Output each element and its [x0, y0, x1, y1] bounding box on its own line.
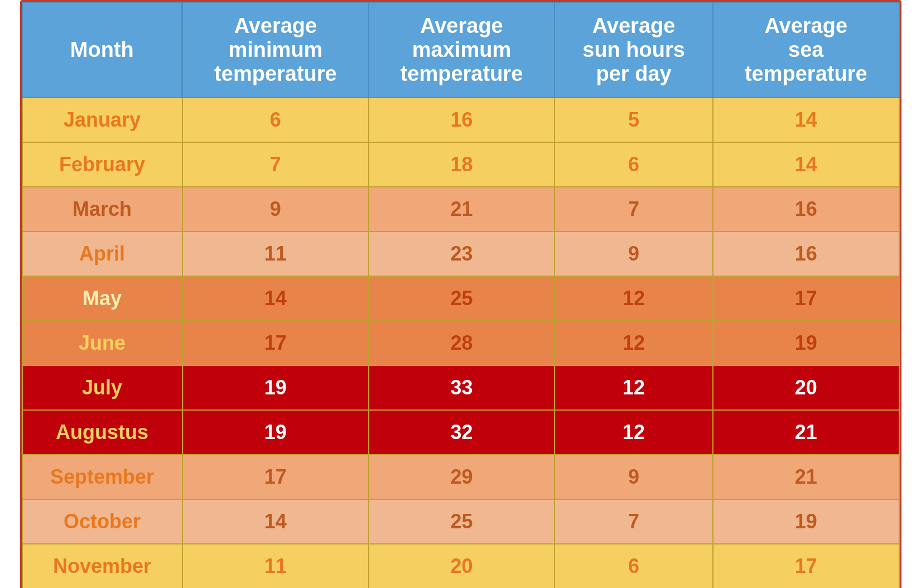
table-row: February718614	[22, 142, 899, 187]
table-row: June17281219	[22, 321, 899, 365]
max-value: 21	[369, 187, 554, 232]
month-cell: Augustus	[22, 410, 182, 455]
max-value: 25	[369, 499, 554, 544]
max-value: 29	[369, 455, 554, 499]
header-month: Month	[22, 2, 182, 98]
table-row: March921716	[22, 187, 899, 232]
sea-value: 16	[713, 232, 899, 276]
month-cell: May	[22, 276, 182, 321]
header-sun-hours: Average sun hours per day	[554, 2, 713, 98]
climate-table: Month Average minimum temperature Averag…	[20, 0, 901, 588]
sea-value: 19	[713, 321, 899, 365]
month-cell: February	[22, 142, 182, 187]
min-value: 19	[182, 365, 369, 410]
min-value: 11	[182, 544, 369, 588]
table-row: January616514	[22, 98, 899, 142]
sun-value: 6	[554, 142, 713, 187]
header-avg-min: Average minimum temperature	[182, 2, 369, 98]
month-cell: October	[22, 499, 182, 544]
month-cell: June	[22, 321, 182, 365]
month-cell: July	[22, 365, 182, 410]
min-value: 17	[182, 321, 369, 365]
sun-value: 9	[554, 455, 713, 499]
table-row: September1729921	[22, 455, 899, 499]
sun-value: 12	[554, 365, 713, 410]
table-row: April1123916	[22, 232, 899, 276]
sun-value: 12	[554, 410, 713, 455]
sea-value: 16	[713, 187, 899, 232]
header-avg-max: Average maximum temperature	[369, 2, 554, 98]
month-cell: January	[22, 98, 182, 142]
min-value: 14	[182, 499, 369, 544]
max-value: 25	[369, 276, 554, 321]
sea-value: 17	[713, 276, 899, 321]
max-value: 33	[369, 365, 554, 410]
sun-value: 12	[554, 321, 713, 365]
max-value: 28	[369, 321, 554, 365]
sun-value: 5	[554, 98, 713, 142]
header-sea-temp: Average sea temperature	[713, 2, 899, 98]
table-row: July19331220	[22, 365, 899, 410]
sea-value: 21	[713, 410, 899, 455]
sun-value: 9	[554, 232, 713, 276]
max-value: 16	[369, 98, 554, 142]
month-cell: April	[22, 232, 182, 276]
sea-value: 17	[713, 544, 899, 588]
min-value: 17	[182, 455, 369, 499]
min-value: 6	[182, 98, 369, 142]
month-cell: November	[22, 544, 182, 588]
max-value: 20	[369, 544, 554, 588]
table-row: November1120617	[22, 544, 899, 588]
sea-value: 14	[713, 142, 899, 187]
sea-value: 14	[713, 98, 899, 142]
sun-value: 12	[554, 276, 713, 321]
sun-value: 7	[554, 187, 713, 232]
max-value: 32	[369, 410, 554, 455]
sea-value: 20	[713, 365, 899, 410]
max-value: 18	[369, 142, 554, 187]
table-row: Augustus19321221	[22, 410, 899, 455]
sea-value: 21	[713, 455, 899, 499]
table-row: October1425719	[22, 499, 899, 544]
month-cell: March	[22, 187, 182, 232]
sun-value: 7	[554, 499, 713, 544]
min-value: 14	[182, 276, 369, 321]
min-value: 19	[182, 410, 369, 455]
month-cell: September	[22, 455, 182, 499]
min-value: 9	[182, 187, 369, 232]
max-value: 23	[369, 232, 554, 276]
min-value: 11	[182, 232, 369, 276]
sun-value: 6	[554, 544, 713, 588]
sea-value: 19	[713, 499, 899, 544]
min-value: 7	[182, 142, 369, 187]
table-row: May14251217	[22, 276, 899, 321]
